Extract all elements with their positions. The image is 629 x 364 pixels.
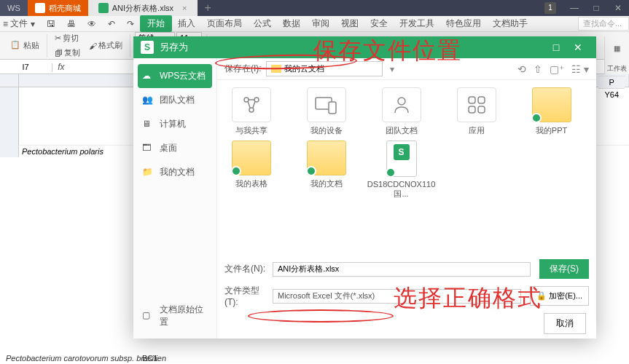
dialog-titlebar[interactable]: S 另存为 □ ✕ xyxy=(133,36,596,58)
menu-formula[interactable]: 公式 xyxy=(248,17,277,30)
qat-redo[interactable]: ↷ xyxy=(121,19,140,29)
file-item-device[interactable]: 我的设备 xyxy=(295,87,357,136)
menu-insert[interactable]: 插入 xyxy=(172,17,201,30)
lock-icon: 🔒 xyxy=(536,291,547,301)
sidebar-item-cloud[interactable]: ☁WPS云文档 xyxy=(138,64,212,88)
svg-rect-7 xyxy=(478,97,485,103)
menu-security[interactable]: 安全 xyxy=(364,17,394,30)
file-item-share[interactable]: 与我共享 xyxy=(220,87,282,136)
formatpainter-button[interactable]: 🖌格式刷 xyxy=(86,39,125,52)
newfolder-icon[interactable]: ▢⁺ xyxy=(550,63,564,75)
svg-point-2 xyxy=(249,108,254,112)
file-item-xlsx[interactable]: DS18CDCNOX110 国... xyxy=(370,141,432,199)
sidebar-item-mydocs[interactable]: 📁我的文档 xyxy=(133,160,216,184)
qat-save[interactable]: 🖫 xyxy=(41,19,61,29)
fx-icon[interactable]: fx xyxy=(53,62,69,72)
filename-input[interactable] xyxy=(273,262,531,277)
encrypt-button[interactable]: 🔒加密(E)... xyxy=(530,286,589,306)
qat-print[interactable]: 🖶 xyxy=(61,19,82,29)
store-icon xyxy=(35,3,45,13)
cell-reference[interactable] xyxy=(0,63,51,71)
svg-rect-4 xyxy=(329,102,336,114)
qat-preview[interactable]: 👁 xyxy=(82,19,102,29)
menu-devtools[interactable]: 开发工具 xyxy=(394,17,440,30)
cell-bc[interactable]: BC1 xyxy=(142,354,157,363)
computer-icon: 🖥 xyxy=(142,119,154,130)
menu-layout[interactable]: 页面布局 xyxy=(201,17,248,30)
dialog-maximize-icon[interactable]: □ xyxy=(545,41,567,53)
cancel-button[interactable]: 取消 xyxy=(544,313,586,334)
svg-rect-6 xyxy=(469,97,475,103)
tab-store[interactable]: 稻壳商城 xyxy=(28,0,88,16)
up-icon[interactable]: ⇧ xyxy=(534,63,542,75)
menu-start[interactable]: 开始 xyxy=(140,15,172,32)
folder-icon xyxy=(307,141,346,175)
location-icon: ▢ xyxy=(142,310,154,322)
file-item-team[interactable]: 团队文档 xyxy=(370,87,432,136)
menu-helper[interactable]: 文档助手 xyxy=(487,17,534,30)
menu-hamburger[interactable]: ≡ 文件 ▾ xyxy=(0,17,41,30)
menu-review[interactable]: 审阅 xyxy=(306,17,335,30)
menu-special[interactable]: 特色应用 xyxy=(440,17,487,30)
file-item-apps[interactable]: 应用 xyxy=(445,87,507,136)
path-input[interactable]: 我的云文档 xyxy=(266,61,383,76)
menu-view[interactable]: 视图 xyxy=(335,17,364,30)
maximize-button[interactable]: □ xyxy=(585,3,607,13)
table-style-button[interactable]: ▦ xyxy=(607,39,628,57)
path-bar: 保存在(I): 我的云文档 ▾ ⟲ ⇧ ▢⁺ ☷ ▾ xyxy=(217,58,596,80)
filetype-label: 文件类型(T): xyxy=(224,285,268,307)
view-icon[interactable]: ☷ ▾ xyxy=(571,63,589,75)
side-toolbar: ▦ 工作表 xyxy=(604,36,629,77)
cell-p1[interactable]: Y64 xyxy=(598,88,625,100)
tab-file-label: ANI分析表格.xlsx xyxy=(112,3,173,14)
xlsx-icon xyxy=(98,3,109,13)
sidebar-item-desktop[interactable]: 🗔桌面 xyxy=(133,136,216,160)
desktop-icon: 🗔 xyxy=(142,143,154,154)
file-grid[interactable]: 与我共享 我的设备 团队文档 应用 我的PPT 我的表格 我的文档 DS18CD… xyxy=(217,80,596,256)
xlsx-file-icon xyxy=(386,141,417,177)
new-tab-button[interactable]: + xyxy=(198,1,219,15)
path-label: 保存在(I): xyxy=(224,63,262,75)
sidebar-item-computer[interactable]: 🖥计算机 xyxy=(133,112,216,136)
sidebar-item-team[interactable]: 👥团队文档 xyxy=(133,88,216,112)
dialog-sidebar: ☁WPS云文档 👥团队文档 🖥计算机 🗔桌面 📁我的文档 ▢文档原始位置 xyxy=(133,58,217,339)
filetype-input[interactable] xyxy=(273,289,521,304)
menu-bar: ≡ 文件 ▾ 🖫 🖶 👁 ↶ ↷ 开始 插入 页面布局 公式 数据 审阅 视图 … xyxy=(0,16,629,32)
path-dropdown-icon[interactable]: ▾ xyxy=(387,64,397,74)
filename-label: 文件名(N): xyxy=(224,263,268,275)
title-bar: WS 稻壳商城 ANI分析表格.xlsx × + 1 — □ ✕ xyxy=(0,0,629,16)
save-as-dialog: S 另存为 □ ✕ ☁WPS云文档 👥团队文档 🖥计算机 🗔桌面 📁我的文档 ▢… xyxy=(133,36,596,339)
svg-point-5 xyxy=(398,98,405,105)
cloud-icon: ☁ xyxy=(142,71,154,82)
dialog-main: 保存在(I): 我的云文档 ▾ ⟲ ⇧ ▢⁺ ☷ ▾ 与我共享 我的设备 团队文… xyxy=(217,58,596,339)
col-header-p[interactable]: P xyxy=(598,76,625,88)
menu-data[interactable]: 数据 xyxy=(277,17,306,30)
folder-icon xyxy=(232,141,271,175)
close-button[interactable]: ✕ xyxy=(607,3,629,13)
tab-wps[interactable]: WS xyxy=(0,0,28,16)
team-icon: 👥 xyxy=(142,95,154,106)
back-icon[interactable]: ⟲ xyxy=(517,63,526,75)
command-search[interactable]: 查找命令... xyxy=(578,17,629,31)
dialog-app-icon: S xyxy=(141,41,154,54)
dialog-close-icon[interactable]: ✕ xyxy=(567,41,589,53)
file-item-docs[interactable]: 我的文档 xyxy=(295,141,357,199)
cut-button[interactable]: ✂ 剪切 xyxy=(52,31,83,45)
paste-button[interactable]: 📋粘贴 xyxy=(7,39,42,53)
qat-undo[interactable]: ↶ xyxy=(102,19,121,29)
tab-active-file[interactable]: ANI分析表格.xlsx × xyxy=(88,0,198,16)
copy-button[interactable]: 🗐 复制 xyxy=(52,46,83,60)
folder-icon xyxy=(271,65,281,73)
file-item-sheets[interactable]: 我的表格 xyxy=(220,141,282,199)
paste-icon: 📋 xyxy=(10,40,22,52)
sidebar-item-original[interactable]: ▢文档原始位置 xyxy=(133,298,217,334)
folder-icon: 📁 xyxy=(142,167,154,178)
svg-rect-9 xyxy=(478,106,485,113)
file-item-ppt[interactable]: 我的PPT xyxy=(520,87,582,136)
svg-rect-8 xyxy=(469,106,475,113)
tab-close-icon[interactable]: × xyxy=(182,4,187,12)
notification-badge[interactable]: 1 xyxy=(544,2,556,14)
minimize-button[interactable]: — xyxy=(563,3,585,13)
save-button[interactable]: 保存(S) xyxy=(539,259,589,279)
folder-icon xyxy=(532,87,571,122)
